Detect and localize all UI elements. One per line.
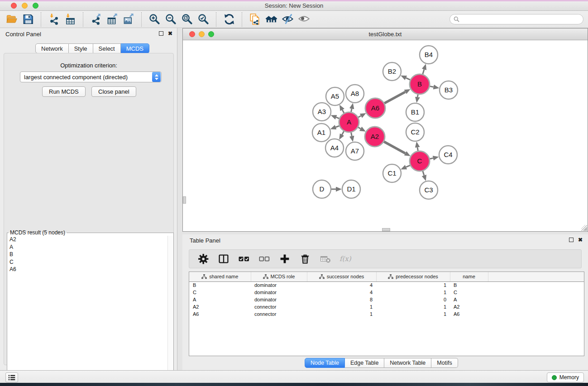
show-panels-list-button[interactable] (5, 372, 18, 382)
table-cell[interactable]: 1 (376, 281, 450, 289)
table-cell[interactable]: C (450, 289, 488, 296)
tab-mcds[interactable]: MCDS (121, 43, 149, 53)
cascade-windows-button[interactable] (263, 12, 279, 27)
zoom-selected-button[interactable] (195, 12, 211, 27)
zoom-in-button[interactable] (146, 12, 163, 27)
table-cell[interactable]: connector (251, 303, 307, 310)
table-cell[interactable]: 4 (307, 289, 376, 296)
table-row[interactable]: Adominator80A (189, 296, 584, 303)
table-cell[interactable]: A2 (189, 303, 251, 310)
memory-button[interactable]: Memory (547, 372, 584, 382)
optimization-criterion-select[interactable]: largest connected component (directed) (20, 71, 162, 82)
import-table-button[interactable] (62, 12, 78, 27)
edge-C-C2[interactable] (417, 148, 418, 151)
edge-A-A6[interactable] (358, 116, 361, 117)
mcds-result-item[interactable]: C (7, 258, 173, 266)
table-row[interactable]: A6connector11A6 (189, 310, 584, 318)
table-cell[interactable]: 4 (307, 281, 376, 289)
table-cell[interactable]: A6 (450, 310, 488, 318)
tab-edge-table[interactable]: Edge Table (345, 358, 384, 368)
run-mcds-button[interactable]: Run MCDS (42, 86, 86, 97)
table-cell[interactable]: 1 (376, 289, 450, 296)
table-cell[interactable]: 1 (307, 303, 376, 310)
edge-A-A5[interactable] (342, 110, 344, 113)
table-cell[interactable]: A2 (450, 303, 488, 310)
zoom-out-button[interactable] (163, 12, 179, 27)
table-cell[interactable]: 1 (376, 310, 450, 318)
edge-A-A7[interactable] (351, 133, 352, 136)
table-cell[interactable]: dominator (251, 289, 307, 296)
edge-A-A2[interactable] (358, 127, 361, 129)
edge-C-C4[interactable] (430, 158, 433, 159)
table-cell[interactable]: A (450, 296, 488, 303)
edge-A-A8[interactable] (351, 109, 352, 112)
create-column-button[interactable] (278, 252, 292, 266)
search-field[interactable] (449, 14, 583, 24)
edge-A-A1[interactable] (336, 126, 339, 127)
result-list-scrollbar[interactable] (167, 236, 173, 385)
save-session-button[interactable] (20, 12, 36, 27)
resize-grip-icon[interactable] (581, 225, 587, 231)
close-panel-action-button[interactable]: Close panel (91, 86, 136, 97)
table-cell[interactable]: B (189, 281, 251, 289)
edge-B-B3[interactable] (430, 86, 434, 87)
table-cell[interactable]: 0 (376, 296, 450, 303)
export-image-button[interactable] (120, 12, 137, 27)
column-header-successor-nodes[interactable]: successor nodes (307, 272, 376, 281)
select-all-button[interactable] (237, 252, 251, 266)
export-table-button[interactable] (104, 12, 120, 27)
column-header-name[interactable]: name (450, 272, 488, 281)
tab-motifs[interactable]: Motifs (431, 358, 458, 368)
network-from-selection-button[interactable] (247, 12, 263, 27)
edge-C-C3[interactable] (423, 171, 424, 176)
tab-style[interactable]: Style (69, 43, 93, 53)
tab-network-table[interactable]: Network Table (384, 358, 431, 368)
edge-B-B1[interactable] (417, 95, 418, 97)
edge-A-A3[interactable] (336, 117, 339, 119)
column-header-shared-name[interactable]: shared name (189, 272, 251, 281)
table-cell[interactable]: 8 (307, 296, 376, 303)
table-cell[interactable]: B (450, 281, 488, 289)
table-settings-button[interactable] (196, 252, 210, 266)
hide-graphics-details-button[interactable] (279, 12, 296, 27)
export-network-button[interactable] (88, 12, 104, 27)
import-network-button[interactable] (46, 12, 62, 27)
edge-C-C1[interactable] (406, 165, 410, 167)
tab-network[interactable]: Network (35, 43, 69, 53)
tab-node-table[interactable]: Node Table (305, 358, 345, 368)
zoom-fit-button[interactable] (179, 12, 195, 27)
refresh-button[interactable] (221, 12, 237, 27)
mcds-result-item[interactable]: B (7, 251, 173, 258)
tab-select[interactable]: Select (93, 43, 121, 53)
vertical-scroll-thumb[interactable] (183, 196, 186, 204)
table-row[interactable]: A2connector11A2 (189, 303, 584, 310)
table-cell[interactable]: 1 (376, 303, 450, 310)
column-header-mcds-role[interactable]: MCDS role (251, 272, 307, 281)
deselect-all-button[interactable] (258, 252, 271, 266)
table-cell[interactable]: 1 (307, 310, 376, 318)
mcds-result-item[interactable]: A6 (7, 266, 173, 273)
mcds-result-item[interactable]: A2 (7, 236, 173, 243)
edge-A2-C[interactable] (384, 142, 405, 153)
search-input[interactable] (462, 15, 583, 24)
mcds-result-item[interactable]: A (7, 243, 173, 251)
column-header-predecessor-nodes[interactable]: predecessor nodes (376, 272, 450, 281)
float-table-panel-button[interactable] (569, 238, 574, 242)
table-cell[interactable]: A (189, 296, 251, 303)
table-row[interactable]: Bdominator41B (189, 281, 584, 289)
birds-eye-view-button[interactable] (296, 12, 312, 27)
edge-B-B4[interactable] (423, 70, 424, 75)
table-cell[interactable]: dominator (251, 296, 307, 303)
close-table-panel-button[interactable]: ✖ (578, 237, 583, 243)
table-row[interactable]: Cdominator41C (189, 289, 584, 296)
table-cell[interactable]: connector (251, 310, 307, 318)
table-cell[interactable]: C (189, 289, 251, 296)
open-file-button[interactable] (4, 12, 20, 27)
edge-A-A4[interactable] (342, 131, 344, 134)
float-panel-button[interactable] (159, 31, 163, 36)
delete-column-button[interactable] (298, 252, 312, 266)
close-panel-button[interactable]: ✖ (168, 31, 172, 36)
table-cell[interactable]: A6 (189, 310, 251, 318)
table-cell[interactable]: dominator (251, 281, 307, 289)
edge-B-B2[interactable] (406, 78, 410, 80)
